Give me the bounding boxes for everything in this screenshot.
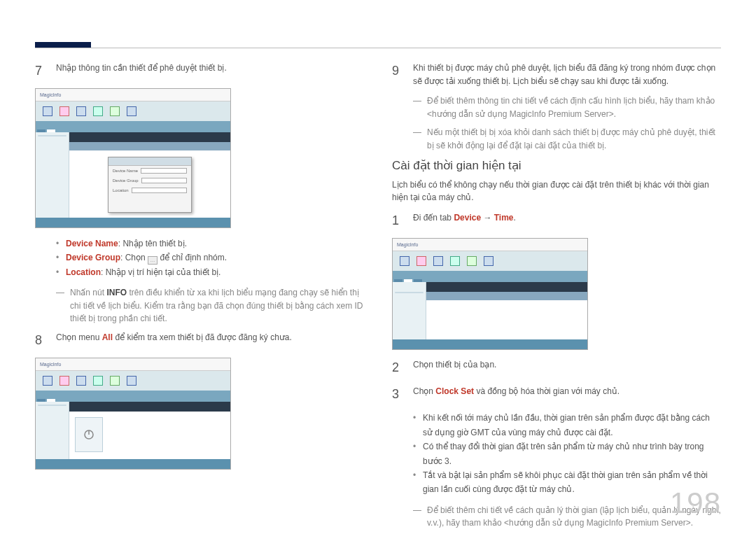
text: : Nhập vị trí hiện tại của thiết bị. bbox=[101, 267, 220, 277]
screenshot-all-menu: MagicInfo bbox=[35, 358, 231, 470]
header-rule bbox=[35, 48, 721, 48]
dash-icon: ― bbox=[56, 286, 64, 325]
hl: Time bbox=[494, 213, 514, 223]
step-text: Chọn thiết bị của bạn. bbox=[413, 358, 721, 378]
step-text: Chọn menu All để kiểm tra xem thiết bị đ… bbox=[56, 331, 364, 351]
note-text: Để biết thêm thông tin chi tiết về cách … bbox=[427, 94, 721, 120]
section-intro: Lịch biểu có thể không chạy nếu thời gia… bbox=[392, 178, 721, 204]
step-text: Nhập thông tin cần thiết để phê duyệt th… bbox=[56, 62, 364, 81]
step-2: 2 Chọn thiết bị của bạn. bbox=[392, 358, 721, 378]
bullet-gmt: Khi kết nối tới máy chủ lần đầu, thời gi… bbox=[413, 411, 721, 440]
step-number: 3 bbox=[392, 385, 405, 405]
ss-sidebar bbox=[36, 132, 69, 227]
note-schedule-config: ― Để biết thêm thông tin chi tiết về các… bbox=[413, 94, 721, 120]
t: để kiểm tra xem thiết bị đã được đăng ký… bbox=[113, 332, 292, 342]
step-number: 8 bbox=[35, 331, 48, 351]
ss-brand-text: MagicInfo bbox=[40, 362, 61, 367]
ss-brand: MagicInfo bbox=[36, 358, 230, 371]
text: : Chọn bbox=[120, 253, 148, 262]
step-1: 1 Đi đến tab Device → Time. bbox=[392, 211, 721, 231]
note-text: Nếu một thiết bị bị xóa khỏi danh sách t… bbox=[427, 126, 721, 152]
step-number: 1 bbox=[392, 211, 405, 231]
header-accent-bar bbox=[35, 42, 91, 48]
right-column: 9 Khi thiết bị được máy chủ phê duyệt, l… bbox=[392, 62, 721, 534]
toolbar-icon bbox=[76, 106, 86, 116]
page-number: 198 bbox=[670, 486, 721, 520]
left-column: 7 Nhập thông tin cần thiết để phê duyệt … bbox=[35, 62, 364, 534]
step-number: 9 bbox=[392, 62, 405, 87]
t: Đi đến tab bbox=[413, 213, 454, 223]
t: và đồng bộ hóa thời gian với máy chủ. bbox=[474, 386, 620, 396]
label: Location bbox=[66, 267, 101, 277]
ss-tabs bbox=[36, 121, 230, 132]
note-info-remote: ― Nhấn nút INFO trên điều khiển từ xa kh… bbox=[56, 286, 364, 325]
step-number: 7 bbox=[35, 62, 48, 81]
text: để chỉ định nhóm. bbox=[158, 253, 227, 262]
hl: Clock Set bbox=[435, 386, 474, 396]
toolbar-icon bbox=[110, 106, 120, 116]
ss-brand: MagicInfo bbox=[36, 89, 230, 101]
screenshot-device-time: MagicInfo bbox=[392, 238, 588, 350]
note-text: Nhấn nút INFO trên điều khiển từ xa khi … bbox=[70, 286, 364, 325]
power-icon bbox=[83, 429, 94, 440]
bullet-location: Location: Nhập vị trí hiện tại của thiết… bbox=[56, 265, 364, 279]
step-number: 2 bbox=[392, 358, 405, 378]
step-8: 8 Chọn menu All để kiểm tra xem thiết bị… bbox=[35, 331, 364, 351]
device-card bbox=[75, 417, 103, 452]
field-bullets: Device Name: Nhập tên thiết bị. Device G… bbox=[56, 237, 364, 279]
toolbar-icon bbox=[59, 106, 69, 116]
step-text: Khi thiết bị được máy chủ phê duyệt, lịc… bbox=[413, 62, 721, 87]
label: Device Name bbox=[66, 239, 118, 248]
t: Chọn menu bbox=[56, 332, 102, 342]
bold-info: INFO bbox=[106, 288, 127, 297]
note-device-removed: ― Nếu một thiết bị bị xóa khỏi danh sách… bbox=[413, 126, 721, 152]
step-7: 7 Nhập thông tin cần thiết để phê duyệt … bbox=[35, 62, 364, 81]
label: Device Group bbox=[66, 253, 120, 262]
group-select-icon: … bbox=[148, 256, 158, 265]
t: Chọn bbox=[413, 386, 435, 396]
toolbar-icon bbox=[93, 106, 103, 116]
step-text: Chọn Clock Set và đồng bộ hóa thời gian … bbox=[413, 385, 721, 405]
hl: Device bbox=[454, 213, 481, 223]
bullet-change-time: Có thể thay đổi thời gian đặt trên sản p… bbox=[413, 440, 721, 468]
ss-brand-text: MagicInfo bbox=[40, 92, 61, 97]
text: : Nhập tên thiết bị. bbox=[118, 239, 187, 248]
step-3: 3 Chọn Clock Set và đồng bộ hóa thời gia… bbox=[392, 385, 721, 405]
ss-brand: MagicInfo bbox=[393, 239, 587, 251]
ss-toolbar bbox=[36, 101, 230, 121]
ss-main: Device Name Device Group Location bbox=[69, 132, 230, 227]
content-columns: 7 Nhập thông tin cần thiết để phê duyệt … bbox=[35, 62, 721, 534]
section-heading: Cài đặt thời gian hiện tại bbox=[392, 158, 721, 173]
hl: All bbox=[102, 332, 113, 342]
screenshot-approve-dialog: MagicInfo bbox=[35, 88, 231, 228]
step-text: Đi đến tab Device → Time. bbox=[413, 211, 721, 231]
step-9: 9 Khi thiết bị được máy chủ phê duyệt, l… bbox=[392, 62, 721, 87]
toolbar-icon bbox=[43, 106, 52, 116]
t: → bbox=[481, 213, 494, 223]
approval-dialog: Device Name Device Group Location bbox=[108, 157, 192, 213]
toolbar-icon bbox=[127, 106, 136, 116]
ss-brand-text: MagicInfo bbox=[397, 242, 418, 247]
clock-bullets: Khi kết nối tới máy chủ lần đầu, thời gi… bbox=[413, 411, 721, 496]
bullet-device-group: Device Group: Chọn … để chỉ định nhóm. bbox=[56, 251, 364, 265]
t: . bbox=[514, 213, 516, 223]
bullet-device-name: Device Name: Nhập tên thiết bị. bbox=[56, 237, 364, 251]
